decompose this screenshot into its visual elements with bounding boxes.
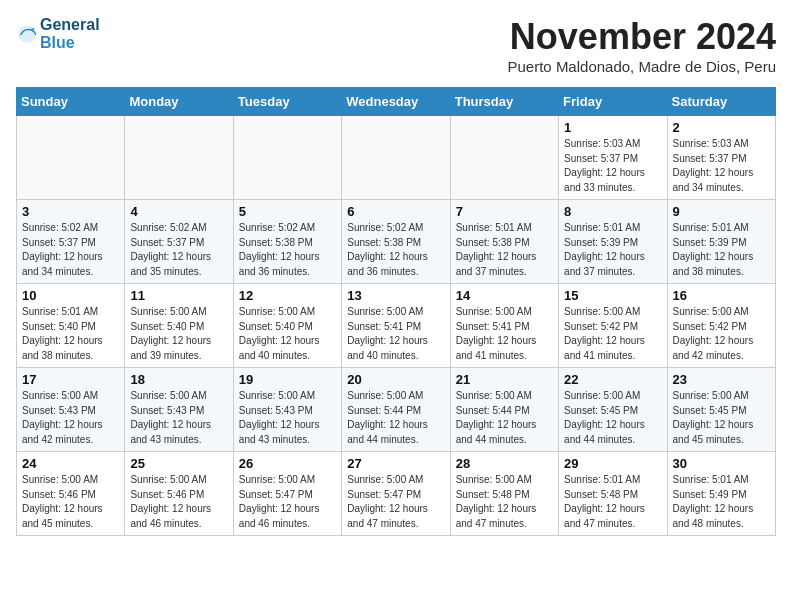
col-header-sunday: Sunday bbox=[17, 88, 125, 116]
day-number: 5 bbox=[239, 204, 336, 219]
day-info: Sunrise: 5:02 AM Sunset: 5:38 PM Dayligh… bbox=[239, 221, 336, 279]
day-info: Sunrise: 5:00 AM Sunset: 5:44 PM Dayligh… bbox=[347, 389, 444, 447]
day-number: 30 bbox=[673, 456, 770, 471]
day-number: 15 bbox=[564, 288, 661, 303]
day-info: Sunrise: 5:00 AM Sunset: 5:44 PM Dayligh… bbox=[456, 389, 553, 447]
col-header-wednesday: Wednesday bbox=[342, 88, 450, 116]
day-number: 7 bbox=[456, 204, 553, 219]
day-number: 20 bbox=[347, 372, 444, 387]
day-info: Sunrise: 5:00 AM Sunset: 5:47 PM Dayligh… bbox=[239, 473, 336, 531]
day-number: 2 bbox=[673, 120, 770, 135]
day-number: 24 bbox=[22, 456, 119, 471]
calendar-table: SundayMondayTuesdayWednesdayThursdayFrid… bbox=[16, 87, 776, 536]
calendar-cell: 6Sunrise: 5:02 AM Sunset: 5:38 PM Daylig… bbox=[342, 200, 450, 284]
day-number: 12 bbox=[239, 288, 336, 303]
week-row-2: 3Sunrise: 5:02 AM Sunset: 5:37 PM Daylig… bbox=[17, 200, 776, 284]
calendar-cell: 18Sunrise: 5:00 AM Sunset: 5:43 PM Dayli… bbox=[125, 368, 233, 452]
day-number: 3 bbox=[22, 204, 119, 219]
col-header-thursday: Thursday bbox=[450, 88, 558, 116]
day-number: 6 bbox=[347, 204, 444, 219]
col-header-saturday: Saturday bbox=[667, 88, 775, 116]
calendar-cell: 11Sunrise: 5:00 AM Sunset: 5:40 PM Dayli… bbox=[125, 284, 233, 368]
day-info: Sunrise: 5:00 AM Sunset: 5:46 PM Dayligh… bbox=[22, 473, 119, 531]
day-info: Sunrise: 5:00 AM Sunset: 5:41 PM Dayligh… bbox=[347, 305, 444, 363]
day-info: Sunrise: 5:01 AM Sunset: 5:39 PM Dayligh… bbox=[564, 221, 661, 279]
day-info: Sunrise: 5:00 AM Sunset: 5:48 PM Dayligh… bbox=[456, 473, 553, 531]
calendar-cell bbox=[125, 116, 233, 200]
day-info: Sunrise: 5:00 AM Sunset: 5:42 PM Dayligh… bbox=[564, 305, 661, 363]
month-title: November 2024 bbox=[508, 16, 776, 58]
calendar-cell: 4Sunrise: 5:02 AM Sunset: 5:37 PM Daylig… bbox=[125, 200, 233, 284]
calendar-cell: 22Sunrise: 5:00 AM Sunset: 5:45 PM Dayli… bbox=[559, 368, 667, 452]
day-number: 22 bbox=[564, 372, 661, 387]
week-row-5: 24Sunrise: 5:00 AM Sunset: 5:46 PM Dayli… bbox=[17, 452, 776, 536]
day-number: 28 bbox=[456, 456, 553, 471]
calendar-cell: 13Sunrise: 5:00 AM Sunset: 5:41 PM Dayli… bbox=[342, 284, 450, 368]
day-number: 29 bbox=[564, 456, 661, 471]
calendar-cell: 3Sunrise: 5:02 AM Sunset: 5:37 PM Daylig… bbox=[17, 200, 125, 284]
calendar-cell: 28Sunrise: 5:00 AM Sunset: 5:48 PM Dayli… bbox=[450, 452, 558, 536]
day-number: 23 bbox=[673, 372, 770, 387]
week-row-3: 10Sunrise: 5:01 AM Sunset: 5:40 PM Dayli… bbox=[17, 284, 776, 368]
day-number: 25 bbox=[130, 456, 227, 471]
day-info: Sunrise: 5:00 AM Sunset: 5:43 PM Dayligh… bbox=[130, 389, 227, 447]
calendar-cell bbox=[17, 116, 125, 200]
day-info: Sunrise: 5:02 AM Sunset: 5:37 PM Dayligh… bbox=[22, 221, 119, 279]
day-info: Sunrise: 5:00 AM Sunset: 5:43 PM Dayligh… bbox=[22, 389, 119, 447]
day-info: Sunrise: 5:00 AM Sunset: 5:46 PM Dayligh… bbox=[130, 473, 227, 531]
day-number: 11 bbox=[130, 288, 227, 303]
col-header-friday: Friday bbox=[559, 88, 667, 116]
calendar-cell: 23Sunrise: 5:00 AM Sunset: 5:45 PM Dayli… bbox=[667, 368, 775, 452]
day-number: 27 bbox=[347, 456, 444, 471]
calendar-cell bbox=[233, 116, 341, 200]
day-info: Sunrise: 5:00 AM Sunset: 5:41 PM Dayligh… bbox=[456, 305, 553, 363]
calendar-cell: 12Sunrise: 5:00 AM Sunset: 5:40 PM Dayli… bbox=[233, 284, 341, 368]
week-row-4: 17Sunrise: 5:00 AM Sunset: 5:43 PM Dayli… bbox=[17, 368, 776, 452]
calendar-cell: 19Sunrise: 5:00 AM Sunset: 5:43 PM Dayli… bbox=[233, 368, 341, 452]
day-info: Sunrise: 5:00 AM Sunset: 5:47 PM Dayligh… bbox=[347, 473, 444, 531]
calendar-cell: 10Sunrise: 5:01 AM Sunset: 5:40 PM Dayli… bbox=[17, 284, 125, 368]
calendar-cell: 25Sunrise: 5:00 AM Sunset: 5:46 PM Dayli… bbox=[125, 452, 233, 536]
calendar-cell bbox=[450, 116, 558, 200]
calendar-cell: 17Sunrise: 5:00 AM Sunset: 5:43 PM Dayli… bbox=[17, 368, 125, 452]
day-info: Sunrise: 5:03 AM Sunset: 5:37 PM Dayligh… bbox=[673, 137, 770, 195]
day-info: Sunrise: 5:00 AM Sunset: 5:42 PM Dayligh… bbox=[673, 305, 770, 363]
header-row: SundayMondayTuesdayWednesdayThursdayFrid… bbox=[17, 88, 776, 116]
day-info: Sunrise: 5:00 AM Sunset: 5:43 PM Dayligh… bbox=[239, 389, 336, 447]
day-number: 26 bbox=[239, 456, 336, 471]
calendar-cell: 1Sunrise: 5:03 AM Sunset: 5:37 PM Daylig… bbox=[559, 116, 667, 200]
calendar-cell: 15Sunrise: 5:00 AM Sunset: 5:42 PM Dayli… bbox=[559, 284, 667, 368]
day-number: 9 bbox=[673, 204, 770, 219]
calendar-cell: 14Sunrise: 5:00 AM Sunset: 5:41 PM Dayli… bbox=[450, 284, 558, 368]
day-info: Sunrise: 5:01 AM Sunset: 5:38 PM Dayligh… bbox=[456, 221, 553, 279]
day-info: Sunrise: 5:01 AM Sunset: 5:49 PM Dayligh… bbox=[673, 473, 770, 531]
day-info: Sunrise: 5:02 AM Sunset: 5:38 PM Dayligh… bbox=[347, 221, 444, 279]
subtitle: Puerto Maldonado, Madre de Dios, Peru bbox=[508, 58, 776, 75]
calendar-cell: 30Sunrise: 5:01 AM Sunset: 5:49 PM Dayli… bbox=[667, 452, 775, 536]
calendar-cell: 2Sunrise: 5:03 AM Sunset: 5:37 PM Daylig… bbox=[667, 116, 775, 200]
col-header-tuesday: Tuesday bbox=[233, 88, 341, 116]
day-number: 18 bbox=[130, 372, 227, 387]
day-info: Sunrise: 5:01 AM Sunset: 5:40 PM Dayligh… bbox=[22, 305, 119, 363]
title-section: November 2024 Puerto Maldonado, Madre de… bbox=[508, 16, 776, 75]
day-info: Sunrise: 5:02 AM Sunset: 5:37 PM Dayligh… bbox=[130, 221, 227, 279]
day-info: Sunrise: 5:01 AM Sunset: 5:39 PM Dayligh… bbox=[673, 221, 770, 279]
day-info: Sunrise: 5:03 AM Sunset: 5:37 PM Dayligh… bbox=[564, 137, 661, 195]
calendar-cell: 26Sunrise: 5:00 AM Sunset: 5:47 PM Dayli… bbox=[233, 452, 341, 536]
logo-line2: Blue bbox=[40, 34, 100, 52]
calendar-cell: 21Sunrise: 5:00 AM Sunset: 5:44 PM Dayli… bbox=[450, 368, 558, 452]
calendar-cell: 16Sunrise: 5:00 AM Sunset: 5:42 PM Dayli… bbox=[667, 284, 775, 368]
day-number: 10 bbox=[22, 288, 119, 303]
day-number: 4 bbox=[130, 204, 227, 219]
logo: General Blue bbox=[16, 16, 100, 53]
calendar-cell: 20Sunrise: 5:00 AM Sunset: 5:44 PM Dayli… bbox=[342, 368, 450, 452]
calendar-cell: 7Sunrise: 5:01 AM Sunset: 5:38 PM Daylig… bbox=[450, 200, 558, 284]
day-number: 17 bbox=[22, 372, 119, 387]
day-number: 13 bbox=[347, 288, 444, 303]
day-info: Sunrise: 5:00 AM Sunset: 5:40 PM Dayligh… bbox=[130, 305, 227, 363]
calendar-cell bbox=[342, 116, 450, 200]
day-info: Sunrise: 5:00 AM Sunset: 5:45 PM Dayligh… bbox=[564, 389, 661, 447]
calendar-cell: 8Sunrise: 5:01 AM Sunset: 5:39 PM Daylig… bbox=[559, 200, 667, 284]
logo-line1: General bbox=[40, 16, 100, 34]
day-number: 19 bbox=[239, 372, 336, 387]
